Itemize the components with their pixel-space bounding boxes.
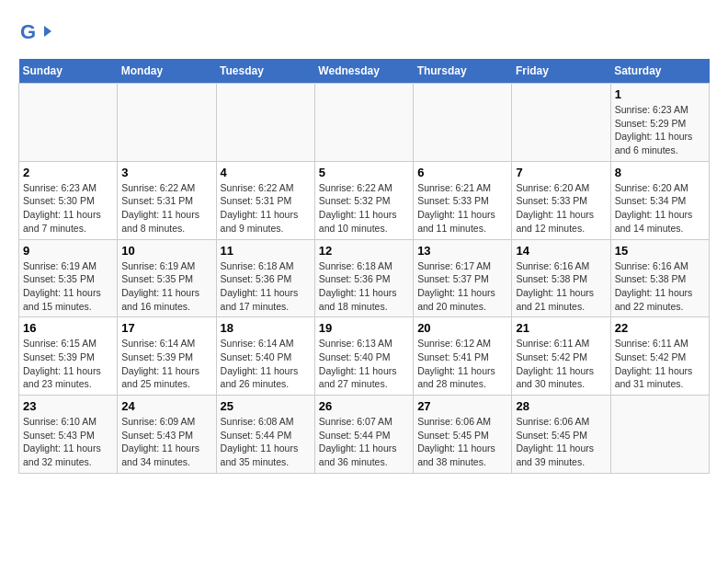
calendar-cell	[414, 84, 512, 162]
calendar-cell: 20Sunrise: 6:12 AM Sunset: 5:41 PM Dayli…	[414, 317, 512, 396]
svg-text:G: G	[20, 20, 36, 43]
calendar-cell	[512, 84, 610, 162]
calendar-cell: 12Sunrise: 6:18 AM Sunset: 5:36 PM Dayli…	[314, 239, 413, 317]
day-info: Sunrise: 6:09 AM Sunset: 5:43 PM Dayligh…	[121, 415, 211, 469]
day-number: 27	[417, 399, 507, 413]
calendar-table: SundayMondayTuesdayWednesdayThursdayFrid…	[18, 59, 710, 474]
day-number: 25	[221, 399, 311, 413]
day-number: 14	[516, 244, 606, 258]
calendar-cell: 15Sunrise: 6:16 AM Sunset: 5:38 PM Dayli…	[610, 239, 709, 317]
day-number: 9	[23, 244, 113, 258]
day-info: Sunrise: 6:16 AM Sunset: 5:38 PM Dayligh…	[615, 259, 705, 314]
calendar-cell	[19, 84, 118, 162]
weekday-header-monday: Monday	[118, 59, 216, 84]
day-number: 16	[23, 321, 113, 335]
day-info: Sunrise: 6:16 AM Sunset: 5:38 PM Dayligh…	[516, 259, 606, 314]
day-info: Sunrise: 6:20 AM Sunset: 5:33 PM Dayligh…	[516, 181, 606, 236]
calendar-cell: 9Sunrise: 6:19 AM Sunset: 5:35 PM Daylig…	[19, 239, 118, 317]
day-info: Sunrise: 6:17 AM Sunset: 5:37 PM Dayligh…	[417, 259, 507, 314]
calendar-cell: 7Sunrise: 6:20 AM Sunset: 5:33 PM Daylig…	[512, 161, 610, 239]
weekday-header-wednesday: Wednesday	[314, 59, 413, 84]
day-info: Sunrise: 6:23 AM Sunset: 5:29 PM Dayligh…	[615, 103, 705, 157]
calendar-cell: 21Sunrise: 6:11 AM Sunset: 5:42 PM Dayli…	[512, 317, 610, 396]
day-number: 11	[221, 244, 311, 258]
day-info: Sunrise: 6:21 AM Sunset: 5:33 PM Dayligh…	[417, 181, 507, 236]
weekday-header-saturday: Saturday	[610, 59, 709, 84]
day-number: 3	[121, 166, 211, 179]
day-number: 13	[417, 244, 507, 258]
day-number: 23	[23, 399, 113, 413]
day-info: Sunrise: 6:19 AM Sunset: 5:35 PM Dayligh…	[23, 259, 113, 314]
day-number: 20	[417, 321, 507, 335]
general-blue-logo-icon: G	[18, 18, 51, 52]
calendar-cell: 1Sunrise: 6:23 AM Sunset: 5:29 PM Daylig…	[610, 84, 709, 162]
day-info: Sunrise: 6:13 AM Sunset: 5:40 PM Dayligh…	[319, 337, 409, 391]
calendar-cell	[314, 84, 413, 162]
day-info: Sunrise: 6:22 AM Sunset: 5:31 PM Dayligh…	[121, 181, 211, 236]
day-number: 4	[221, 166, 311, 179]
day-info: Sunrise: 6:23 AM Sunset: 5:30 PM Dayligh…	[23, 181, 113, 236]
calendar-week-2: 2Sunrise: 6:23 AM Sunset: 5:30 PM Daylig…	[19, 161, 710, 239]
day-number: 21	[516, 321, 606, 335]
calendar-cell: 3Sunrise: 6:22 AM Sunset: 5:31 PM Daylig…	[118, 161, 216, 239]
day-info: Sunrise: 6:15 AM Sunset: 5:39 PM Dayligh…	[23, 337, 113, 391]
day-number: 26	[319, 399, 409, 413]
day-info: Sunrise: 6:08 AM Sunset: 5:44 PM Dayligh…	[221, 415, 311, 469]
day-number: 5	[319, 166, 409, 179]
day-number: 19	[319, 321, 409, 335]
calendar-cell: 13Sunrise: 6:17 AM Sunset: 5:37 PM Dayli…	[414, 239, 512, 317]
day-info: Sunrise: 6:10 AM Sunset: 5:43 PM Dayligh…	[23, 415, 113, 469]
day-info: Sunrise: 6:12 AM Sunset: 5:41 PM Dayligh…	[417, 337, 507, 391]
calendar-cell: 17Sunrise: 6:14 AM Sunset: 5:39 PM Dayli…	[118, 317, 216, 396]
day-info: Sunrise: 6:06 AM Sunset: 5:45 PM Dayligh…	[516, 415, 606, 469]
day-number: 22	[615, 321, 705, 335]
calendar-cell: 4Sunrise: 6:22 AM Sunset: 5:31 PM Daylig…	[216, 161, 314, 239]
day-number: 2	[23, 166, 113, 179]
day-number: 6	[417, 166, 507, 179]
calendar-cell: 25Sunrise: 6:08 AM Sunset: 5:44 PM Dayli…	[216, 396, 314, 474]
calendar-cell	[610, 396, 709, 474]
calendar-cell: 23Sunrise: 6:10 AM Sunset: 5:43 PM Dayli…	[19, 396, 118, 474]
calendar-cell: 24Sunrise: 6:09 AM Sunset: 5:43 PM Dayli…	[118, 396, 216, 474]
day-number: 10	[121, 244, 211, 258]
day-info: Sunrise: 6:18 AM Sunset: 5:36 PM Dayligh…	[221, 259, 311, 314]
day-info: Sunrise: 6:11 AM Sunset: 5:42 PM Dayligh…	[516, 337, 606, 391]
weekday-header-row: SundayMondayTuesdayWednesdayThursdayFrid…	[19, 59, 710, 84]
day-number: 28	[516, 399, 606, 413]
calendar-header: SundayMondayTuesdayWednesdayThursdayFrid…	[19, 59, 710, 84]
day-number: 15	[615, 244, 705, 258]
day-info: Sunrise: 6:22 AM Sunset: 5:32 PM Dayligh…	[319, 181, 409, 236]
weekday-header-thursday: Thursday	[414, 59, 512, 84]
day-number: 12	[319, 244, 409, 258]
calendar-cell: 18Sunrise: 6:14 AM Sunset: 5:40 PM Dayli…	[216, 317, 314, 396]
calendar-cell	[216, 84, 314, 162]
calendar-cell: 2Sunrise: 6:23 AM Sunset: 5:30 PM Daylig…	[19, 161, 118, 239]
calendar-week-3: 9Sunrise: 6:19 AM Sunset: 5:35 PM Daylig…	[19, 239, 710, 317]
calendar-cell: 27Sunrise: 6:06 AM Sunset: 5:45 PM Dayli…	[414, 396, 512, 474]
day-info: Sunrise: 6:22 AM Sunset: 5:31 PM Dayligh…	[221, 181, 311, 236]
day-number: 1	[615, 87, 705, 101]
day-info: Sunrise: 6:18 AM Sunset: 5:36 PM Dayligh…	[319, 259, 409, 314]
day-info: Sunrise: 6:11 AM Sunset: 5:42 PM Dayligh…	[615, 337, 705, 391]
calendar-cell: 14Sunrise: 6:16 AM Sunset: 5:38 PM Dayli…	[512, 239, 610, 317]
calendar-cell: 22Sunrise: 6:11 AM Sunset: 5:42 PM Dayli…	[610, 317, 709, 396]
calendar-cell: 5Sunrise: 6:22 AM Sunset: 5:32 PM Daylig…	[314, 161, 413, 239]
calendar-week-4: 16Sunrise: 6:15 AM Sunset: 5:39 PM Dayli…	[19, 317, 710, 396]
day-info: Sunrise: 6:14 AM Sunset: 5:40 PM Dayligh…	[221, 337, 311, 391]
day-info: Sunrise: 6:20 AM Sunset: 5:34 PM Dayligh…	[615, 181, 705, 236]
svg-marker-1	[44, 26, 51, 37]
day-number: 18	[221, 321, 311, 335]
weekday-header-sunday: Sunday	[19, 59, 118, 84]
calendar-cell: 6Sunrise: 6:21 AM Sunset: 5:33 PM Daylig…	[414, 161, 512, 239]
day-info: Sunrise: 6:07 AM Sunset: 5:44 PM Dayligh…	[319, 415, 409, 469]
calendar-week-5: 23Sunrise: 6:10 AM Sunset: 5:43 PM Dayli…	[19, 396, 710, 474]
calendar-cell: 16Sunrise: 6:15 AM Sunset: 5:39 PM Dayli…	[19, 317, 118, 396]
weekday-header-friday: Friday	[512, 59, 610, 84]
calendar-cell	[118, 84, 216, 162]
weekday-header-tuesday: Tuesday	[216, 59, 314, 84]
day-number: 17	[121, 321, 211, 335]
page-wrapper: G SundayMondayTuesdayWednesdayThursdayFr…	[18, 18, 710, 474]
day-number: 24	[121, 399, 211, 413]
day-info: Sunrise: 6:14 AM Sunset: 5:39 PM Dayligh…	[121, 337, 211, 391]
day-number: 8	[615, 166, 705, 179]
